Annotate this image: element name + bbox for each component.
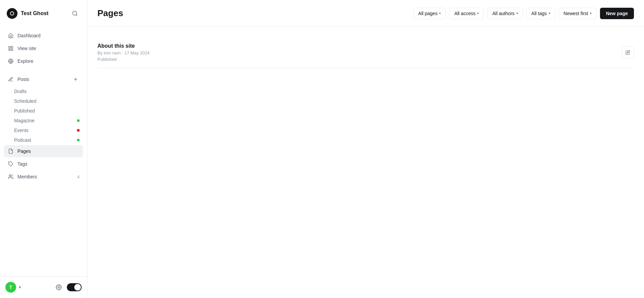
page-card-status: Published <box>97 57 622 62</box>
new-page-button[interactable]: New page <box>600 8 634 19</box>
svg-point-12 <box>58 287 60 288</box>
sidebar-item-drafts[interactable]: Drafts <box>11 87 83 96</box>
posts-section-left: Posts <box>7 76 29 83</box>
all-authors-filter[interactable]: All authors ▾ <box>487 8 523 19</box>
home-icon <box>7 32 14 39</box>
drafts-label: Drafts <box>14 89 27 94</box>
logo-circle <box>7 8 17 19</box>
sidebar-item-published[interactable]: Published <box>11 106 83 116</box>
page-title: Pages <box>97 8 123 18</box>
sidebar-item-label-members: Members <box>17 174 37 179</box>
gear-icon <box>56 284 62 290</box>
events-label: Events <box>14 128 29 133</box>
page-card-meta: By tom ravn · 17 May 2024 <box>97 50 622 55</box>
user-avatar: T <box>5 282 16 293</box>
magazine-dot <box>77 119 80 122</box>
sidebar-item-events[interactable]: Events <box>11 126 83 135</box>
page-card-info: About this site By tom ravn · 17 May 202… <box>97 43 622 62</box>
search-button[interactable] <box>70 8 80 19</box>
all-pages-label: All pages <box>418 11 438 16</box>
newest-first-label: Newest first <box>564 11 588 16</box>
sidebar-app-name: Test Ghost <box>21 10 48 16</box>
all-access-filter[interactable]: All access ▾ <box>449 8 484 19</box>
podcast-dot <box>77 139 80 141</box>
svg-rect-3 <box>11 46 13 48</box>
published-label: Published <box>14 108 35 114</box>
theme-toggle[interactable] <box>67 283 82 291</box>
sidebar-item-magazine[interactable]: Magazine <box>11 116 83 125</box>
user-menu[interactable]: T ▾ <box>5 282 21 293</box>
scheduled-label: Scheduled <box>14 98 36 104</box>
new-page-label: New page <box>606 11 628 16</box>
sidebar-item-posts[interactable]: Posts <box>4 73 83 86</box>
page-card-title: About this site <box>97 43 622 49</box>
all-tags-label: All tags <box>531 11 547 16</box>
newest-first-chevron-icon: ▾ <box>590 11 592 15</box>
svg-line-1 <box>76 14 77 15</box>
sidebar-item-label-tags: Tags <box>17 161 28 167</box>
svg-rect-4 <box>11 49 13 50</box>
sidebar-item-pages[interactable]: Pages <box>4 145 83 157</box>
pencil-icon <box>626 50 630 55</box>
user-chevron-icon: ▾ <box>19 285 21 290</box>
all-authors-label: All authors <box>492 11 514 16</box>
events-dot <box>77 129 80 132</box>
sidebar: Test Ghost Dashboard <box>0 0 87 298</box>
podcast-label: Podcast <box>14 137 31 143</box>
sidebar-item-podcast[interactable]: Podcast <box>11 135 83 145</box>
newest-first-filter[interactable]: Newest first ▾ <box>559 8 597 19</box>
all-tags-filter[interactable]: All tags ▾ <box>526 8 555 19</box>
members-badge: 4 <box>77 174 80 179</box>
svg-rect-5 <box>9 49 10 50</box>
sidebar-logo[interactable]: Test Ghost <box>7 8 48 19</box>
globe-icon <box>7 58 14 65</box>
edit-page-button[interactable] <box>622 46 634 58</box>
all-tags-chevron-icon: ▾ <box>549 11 550 15</box>
svg-rect-2 <box>9 46 10 48</box>
sidebar-item-members[interactable]: Members 4 <box>4 171 83 183</box>
tag-icon <box>7 161 14 167</box>
sidebar-item-explore[interactable]: Explore <box>4 55 83 67</box>
top-bar: Pages All pages ▾ All access ▾ All autho… <box>87 0 644 27</box>
sidebar-footer: T ▾ <box>0 276 87 298</box>
table-row: About this site By tom ravn · 17 May 202… <box>97 37 634 68</box>
sidebar-item-label-pages: Pages <box>17 148 31 154</box>
footer-actions <box>53 282 82 293</box>
add-post-button[interactable] <box>72 75 80 83</box>
sidebar-item-dashboard[interactable]: Dashboard <box>4 30 83 42</box>
content-area: About this site By tom ravn · 17 May 202… <box>87 27 644 298</box>
sidebar-item-label-explore: Explore <box>17 58 33 64</box>
pages-icon <box>7 148 14 155</box>
top-bar-filters: All pages ▾ All access ▾ All authors ▾ A… <box>413 8 634 19</box>
all-authors-chevron-icon: ▾ <box>516 11 518 15</box>
all-access-label: All access <box>454 11 475 16</box>
logo-inner <box>10 11 14 15</box>
magazine-label: Magazine <box>14 118 35 123</box>
all-pages-filter[interactable]: All pages ▾ <box>413 8 446 19</box>
sidebar-item-scheduled[interactable]: Scheduled <box>11 96 83 106</box>
posts-sub-nav: Drafts Scheduled Published Magazine Even… <box>4 87 83 145</box>
posts-icon <box>7 76 14 83</box>
posts-section-label: Posts <box>17 77 29 82</box>
all-pages-chevron-icon: ▾ <box>439 11 441 15</box>
members-icon <box>7 173 14 180</box>
sidebar-item-tags[interactable]: Tags <box>4 158 83 170</box>
sidebar-header: Test Ghost <box>0 0 87 27</box>
main-content: Pages All pages ▾ All access ▾ All autho… <box>87 0 644 298</box>
svg-point-11 <box>9 175 11 176</box>
sidebar-nav: Dashboard View site Explore <box>0 27 87 276</box>
all-access-chevron-icon: ▾ <box>477 11 479 15</box>
posts-section: Posts Drafts Scheduled <box>4 73 83 145</box>
sidebar-item-view-site[interactable]: View site <box>4 42 83 54</box>
settings-button[interactable] <box>53 282 64 293</box>
sidebar-item-label-view-site: View site <box>17 46 36 51</box>
toggle-knob <box>74 284 81 291</box>
sidebar-item-label-dashboard: Dashboard <box>17 33 41 38</box>
view-site-icon <box>7 45 14 52</box>
